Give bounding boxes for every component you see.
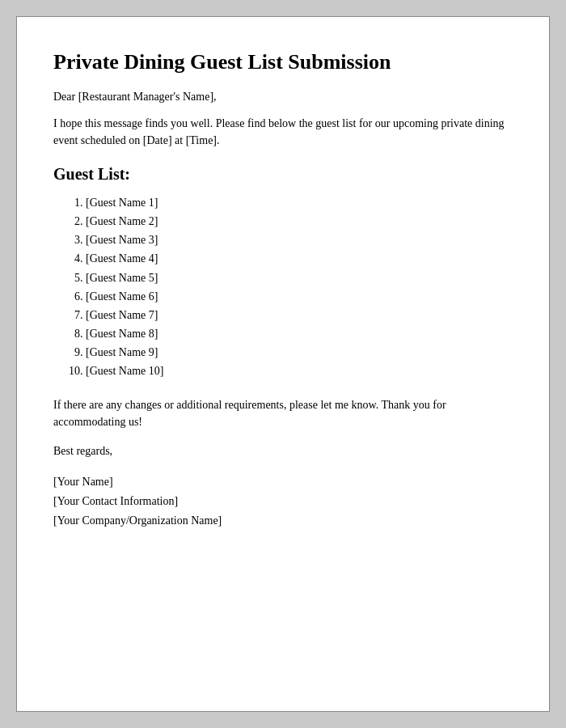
guest-list: [Guest Name 1][Guest Name 2][Guest Name …: [86, 193, 509, 380]
list-item: [Guest Name 8]: [86, 324, 509, 343]
document-container: Private Dining Guest List Submission Dea…: [16, 16, 550, 712]
signature-company: [Your Company/Organization Name]: [53, 511, 509, 531]
list-item: [Guest Name 1]: [86, 193, 509, 212]
list-item: [Guest Name 3]: [86, 231, 509, 249]
intro-paragraph: I hope this message finds you well. Plea…: [53, 115, 509, 149]
guest-list-heading: Guest List:: [53, 165, 509, 184]
salutation: Dear [Restaurant Manager's Name],: [53, 91, 509, 104]
list-item: [Guest Name 2]: [86, 212, 509, 231]
document-title: Private Dining Guest List Submission: [53, 49, 509, 74]
closing-paragraph: If there are any changes or additional r…: [53, 396, 509, 430]
list-item: [Guest Name 4]: [86, 249, 509, 268]
list-item: [Guest Name 5]: [86, 269, 509, 287]
list-item: [Guest Name 9]: [86, 343, 509, 362]
list-item: [Guest Name 10]: [86, 362, 509, 380]
signature-name: [Your Name]: [53, 472, 509, 492]
regards: Best regards,: [53, 445, 509, 458]
signature-block: [Your Name] [Your Contact Information] […: [53, 472, 509, 530]
list-item: [Guest Name 7]: [86, 306, 509, 324]
signature-contact: [Your Contact Information]: [53, 492, 509, 511]
list-item: [Guest Name 6]: [86, 287, 509, 306]
